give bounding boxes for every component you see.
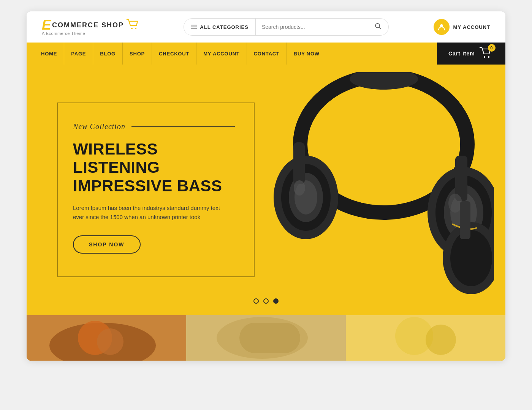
- logo-cart-icon: [126, 19, 139, 32]
- hero-description: Lorem Ipsum has been the industrys stand…: [73, 203, 233, 222]
- search-category-dropdown[interactable]: ALL CATEGORIES: [184, 19, 256, 35]
- shop-now-button[interactable]: SHOP NOW: [73, 235, 141, 254]
- account-area[interactable]: MY ACCOUNT: [434, 19, 490, 35]
- headphones-image: [266, 72, 494, 311]
- nav-blog[interactable]: BLOG: [93, 43, 123, 65]
- hero-section: New Collection WIRELESS LISTENING IMPRES…: [27, 65, 505, 315]
- svg-point-27: [97, 328, 124, 355]
- search-input[interactable]: [256, 24, 368, 30]
- cart-item-button[interactable]: Cart Item 0: [437, 43, 505, 65]
- logo-name: COMMERCE SHOP: [52, 21, 124, 29]
- svg-rect-30: [239, 323, 300, 353]
- nav-contact[interactable]: CONTACT: [247, 43, 287, 65]
- hero-subtitle-text: New Collection: [73, 122, 125, 131]
- svg-point-33: [426, 325, 456, 355]
- nav-checkout[interactable]: CHECKOUT: [152, 43, 196, 65]
- svg-point-6: [488, 56, 489, 57]
- nav-my-account[interactable]: MY ACCOUNT: [196, 43, 247, 65]
- svg-rect-23: [460, 201, 470, 239]
- logo-text: e COMMERCE SHOP A Ecommerce Theme: [42, 18, 139, 36]
- category-label: ALL CATEGORIES: [200, 24, 249, 30]
- search-button[interactable]: [368, 19, 388, 35]
- hero-title-line1: WIRELESS LISTENING: [73, 140, 160, 176]
- nav-shop[interactable]: SHOP: [123, 43, 152, 65]
- cart-count-badge: 0: [488, 44, 496, 52]
- svg-rect-12: [293, 142, 305, 184]
- slider-dots: [253, 298, 279, 304]
- svg-point-18: [350, 72, 418, 90]
- svg-point-22: [450, 230, 492, 286]
- logo-area[interactable]: e COMMERCE SHOP A Ecommerce Theme: [42, 18, 139, 36]
- account-label: MY ACCOUNT: [453, 24, 490, 30]
- hero-subtitle-line: [131, 126, 235, 127]
- hamburger-icon: [191, 25, 197, 29]
- svg-point-0: [131, 28, 133, 29]
- preview-strip: [27, 315, 505, 361]
- logo-brand: e COMMERCE SHOP: [42, 18, 139, 32]
- slider-dot-2[interactable]: [263, 298, 269, 304]
- page-wrapper: e COMMERCE SHOP A Ecommerce Theme: [27, 11, 505, 361]
- nav-page[interactable]: PAGE: [64, 43, 93, 65]
- nav-home[interactable]: HOME: [34, 43, 64, 65]
- slider-dot-3[interactable]: [273, 298, 279, 304]
- svg-point-5: [483, 56, 485, 57]
- top-header: e COMMERCE SHOP A Ecommerce Theme: [27, 11, 505, 43]
- hero-frame: New Collection WIRELESS LISTENING IMPRES…: [57, 102, 255, 277]
- slider-dot-1[interactable]: [253, 298, 259, 304]
- logo-tagline: A Ecommerce Theme: [42, 31, 139, 36]
- hero-subtitle: New Collection: [73, 122, 235, 131]
- cart-icon-wrapper: 0: [480, 47, 492, 60]
- preview-item-1[interactable]: [27, 315, 186, 361]
- preview-item-2[interactable]: [186, 315, 346, 361]
- svg-line-3: [379, 27, 381, 29]
- nav-links: HOME PAGE BLOG SHOP CHECKOUT MY ACCOUNT …: [27, 43, 437, 65]
- logo-e-letter: e: [42, 18, 51, 32]
- account-icon: [434, 19, 450, 35]
- hero-title-line2: IMPRESSIVE BASS: [73, 177, 222, 195]
- preview-item-3[interactable]: [346, 315, 505, 361]
- nav-bar: HOME PAGE BLOG SHOP CHECKOUT MY ACCOUNT …: [27, 43, 505, 65]
- svg-point-19: [294, 180, 305, 196]
- hero-content: New Collection WIRELESS LISTENING IMPRES…: [27, 102, 285, 277]
- hero-title: WIRELESS LISTENING IMPRESSIVE BASS: [73, 140, 235, 195]
- cart-item-label: Cart Item: [448, 50, 475, 57]
- svg-point-1: [135, 28, 136, 29]
- search-bar: ALL CATEGORIES: [184, 18, 389, 36]
- nav-buy-now[interactable]: BUY NOW: [287, 43, 326, 65]
